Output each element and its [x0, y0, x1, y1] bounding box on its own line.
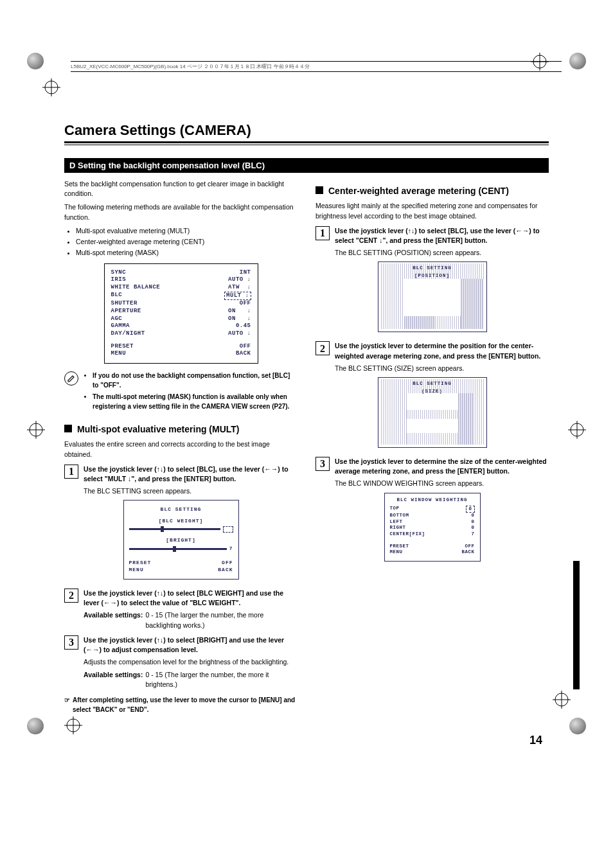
pointing-hand-icon: ☞ — [64, 696, 70, 714]
footnote-text: After completing setting, use the lever … — [73, 696, 298, 714]
book-header-strip: L5BU2_XE(VCC-MC600P_MC500P)(GB).book 14 … — [71, 61, 562, 72]
cent-step-3: 3 Use the joystick lever to determine th… — [315, 457, 549, 489]
step-number-icon: 3 — [64, 635, 78, 650]
osd-value: OFF — [222, 559, 233, 567]
pencil-note-icon — [64, 371, 78, 385]
list-item: Center-weighted average metering (CENT) — [76, 237, 298, 247]
step-result: The BLC SETTING screen appears. — [84, 486, 298, 496]
available-settings-label: Available settings: — [84, 610, 143, 630]
osd-label: PRESET — [129, 559, 152, 567]
step-number-icon: 3 — [315, 457, 330, 471]
available-settings-value: 0 - 15 (The larger the number, the more … — [145, 610, 298, 630]
list-item: Multi-spot metering (MASK) — [76, 248, 298, 258]
cent-heading: Center-weighted average metering (CENT) — [315, 184, 549, 197]
blc-size-osd: BLC SETTING (SIZE) — [378, 377, 487, 448]
osd-value: 0 — [471, 513, 474, 518]
heading-text: Multi-spot evaluative metering (MULT) — [77, 423, 240, 436]
mult-step-1: 1 Use the joystick lever (↑↓) to select … — [64, 465, 298, 497]
osd-label: CENTER[FIX] — [390, 531, 425, 537]
step-number-icon: 2 — [315, 341, 330, 355]
step-result: The BLC WINDOW WEIGHTING screen appears. — [335, 479, 549, 488]
square-bullet-icon — [64, 425, 72, 432]
list-item: Multi-spot evaluative metering (MULT) — [76, 226, 298, 236]
osd-title: BLC SETTING — [129, 506, 233, 513]
metering-methods-list: Multi-spot evaluative metering (MULT) Ce… — [64, 226, 298, 258]
osd-label: DAY/NIGHT — [111, 330, 145, 338]
slider-track — [129, 548, 227, 550]
page-number: 14 — [64, 734, 549, 747]
osd-row-label: [BLC WEIGHT] — [129, 517, 233, 525]
footnote: ☞ After completing setting, use the leve… — [64, 696, 298, 714]
osd-label: IRIS — [111, 276, 127, 284]
osd-value: ON ↓ — [228, 315, 251, 323]
slider-value-box — [223, 526, 233, 533]
intro-paragraph-2: The following metering methods are avail… — [64, 202, 298, 222]
mult-desc: Evaluates the entire screen and corrects… — [64, 439, 298, 459]
step-number-icon: 1 — [315, 226, 330, 240]
step-instruction: Use the joystick lever (↑↓) to select [B… — [84, 589, 298, 608]
osd-value: OFF — [240, 343, 251, 351]
osd-label: MENU — [129, 566, 144, 574]
intro-paragraph-1: Sets the backlight compensation function… — [64, 179, 298, 199]
osd-title: BLC SETTING — [378, 265, 486, 272]
osd-value-highlight: 0 — [466, 506, 474, 513]
slider-thumb — [173, 546, 176, 552]
osd-value: 0 — [471, 519, 474, 525]
osd-value: OFF — [240, 300, 251, 308]
osd-label: MENU — [390, 549, 403, 555]
osd-label: PRESET — [111, 343, 134, 351]
step-number-icon: 1 — [64, 465, 78, 479]
osd-label: BLC — [111, 292, 123, 301]
mult-heading: Multi-spot evaluative metering (MULT) — [64, 423, 298, 436]
step-instruction: Use the joystick lever to determine the … — [335, 341, 549, 360]
blc-position-osd: BLC SETTING [POSITION] — [378, 261, 487, 332]
step-result: Adjusts the compensation level for the b… — [84, 657, 298, 667]
osd-value: ON ↓ — [228, 308, 251, 315]
osd-value: 7 — [471, 531, 474, 537]
cent-step-1: 1 Use the joystick lever (↑↓) to select … — [315, 226, 549, 258]
title-rule — [64, 141, 549, 145]
step-instruction: Use the joystick lever (↑↓) to select [B… — [84, 635, 298, 655]
cent-desc: Measures light mainly at the specified m… — [315, 201, 549, 220]
blc-setting-osd: BLC SETTING [BLC WEIGHT] [BRIGHT] 7 — [123, 500, 239, 580]
osd-subtitle: (SIZE) — [378, 388, 486, 395]
slider-track — [129, 528, 220, 530]
slider-thumb — [161, 526, 164, 532]
osd-label: MENU — [111, 350, 127, 358]
osd-label: PRESET — [390, 544, 409, 549]
osd-label: WHITE BALANCE — [111, 284, 161, 292]
left-column: Sets the backlight compensation function… — [64, 179, 298, 714]
heading-text: Center-weighted average metering (CENT) — [328, 184, 509, 197]
osd-label: GAMMA — [111, 323, 130, 330]
osd-value: 0 — [471, 525, 474, 531]
right-column: Center-weighted average metering (CENT) … — [315, 179, 549, 714]
available-settings-label: Available settings: — [84, 670, 143, 689]
camera-menu-osd: SYNCINT IRISAUTO ↓ WHITE BALANCEATW ↓ BL… — [104, 263, 258, 364]
step-instruction: Use the joystick lever (↑↓) to select [B… — [84, 465, 298, 484]
header-strip-text: L5BU2_XE(VCC-MC600P_MC500P)(GB).book 14 … — [71, 64, 310, 69]
available-settings-value: 0 - 15 (The larger the number, the more … — [145, 670, 298, 689]
osd-value: BACK — [236, 350, 251, 358]
note-item: The multi-spot metering (MASK) function … — [93, 393, 298, 411]
osd-value: 0.45 — [236, 323, 251, 330]
thumb-tab — [573, 561, 580, 689]
osd-row-label: [BRIGHT] — [129, 536, 233, 544]
slider-value: 7 — [229, 545, 233, 553]
mult-step-3: 3 Use the joystick lever (↑↓) to select … — [64, 635, 298, 689]
page-title: Camera Settings (CAMERA) — [64, 122, 549, 139]
step-number-icon: 2 — [64, 589, 78, 603]
osd-label: AGC — [111, 315, 123, 323]
osd-label: APERTURE — [111, 308, 141, 315]
note-block: If you do not use the backlight compensa… — [64, 371, 298, 414]
osd-label: BOTTOM — [390, 513, 409, 518]
osd-title: BLC WINDOW WEIGHTING — [390, 497, 475, 503]
osd-label: TOP — [390, 506, 400, 513]
cent-step-2: 2 Use the joystick lever to determine th… — [315, 341, 549, 373]
osd-value: AUTO ↓ — [228, 276, 251, 284]
osd-label: SHUTTER — [111, 300, 138, 308]
osd-value: BACK — [218, 566, 233, 574]
mult-step-2: 2 Use the joystick lever (↑↓) to select … — [64, 589, 298, 630]
osd-label: RIGHT — [390, 525, 406, 531]
osd-title: BLC SETTING — [378, 380, 486, 387]
square-bullet-icon — [315, 186, 323, 194]
